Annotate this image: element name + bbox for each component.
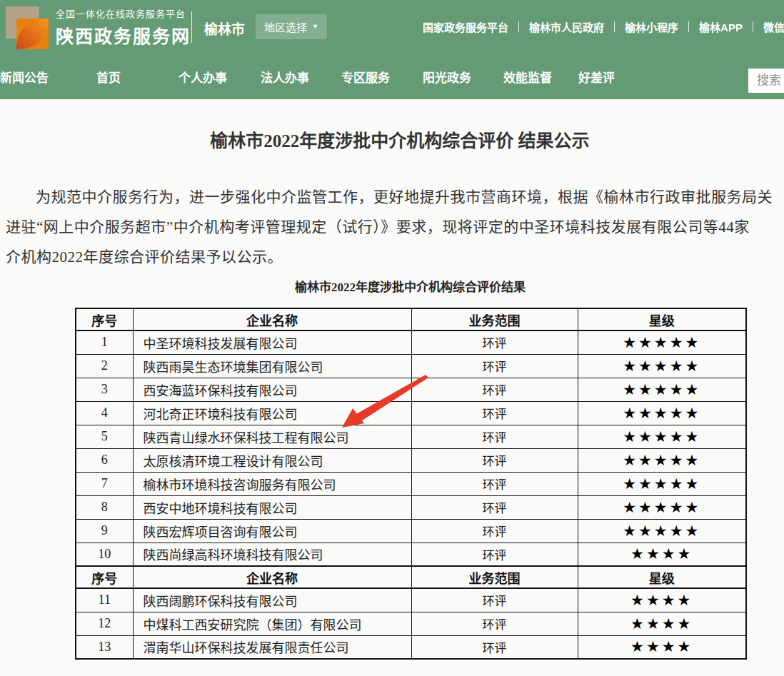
star-rating: ★★★★★ <box>578 354 746 378</box>
header-link[interactable]: 榆林APP <box>689 19 753 34</box>
nav-item-法人办事[interactable]: 法人办事 <box>261 54 309 99</box>
column-header: 业务范围 <box>411 566 578 588</box>
page-title: 榆林市2022年度涉批中介机构综合评价 结果公示 <box>6 129 784 153</box>
company-name: 中圣环境科技发展有限公司 <box>133 331 411 354</box>
nav-item-效能监督[interactable]: 效能监督 <box>503 54 552 99</box>
row-number: 8 <box>76 495 133 519</box>
table-row: 10陕西尚绿高科环境科技有限公司环评★★★★ <box>76 543 746 566</box>
star-rating: ★★★★★ <box>578 378 746 401</box>
company-name: 渭南华山环保科技发展有限责任公司 <box>133 635 411 659</box>
table-row: 3西安海蓝环保科技有限公司环评★★★★★ <box>76 378 746 401</box>
star-rating: ★★★★★ <box>578 448 746 472</box>
table-row: 8西安中地环境科技有限公司环评★★★★★ <box>76 495 746 519</box>
table-row: 11陕西阔鹏环保科技有限公司环评★★★★ <box>76 588 746 612</box>
business-scope: 环评 <box>411 472 578 495</box>
region-selector-button[interactable]: 地区选择 ▼ <box>256 14 327 39</box>
table-row: 9陕西宏辉项目咨询有限公司环评★★★★★ <box>76 519 746 543</box>
platform-subtitle: 全国一体化在线政务服务平台 <box>56 6 191 20</box>
row-number: 5 <box>76 425 133 448</box>
nav-item-好差评[interactable]: 好差评 <box>578 54 615 99</box>
business-scope: 环评 <box>411 401 578 425</box>
business-scope: 环评 <box>411 635 578 659</box>
row-number: 2 <box>76 354 133 378</box>
table-row: 6太原核清环境工程设计有限公司环评★★★★★ <box>76 448 746 472</box>
announcement-paragraph-line: 介机构2022年度综合评价结果予以公示。 <box>6 242 784 272</box>
nav-item-阳光政务[interactable]: 阳光政务 <box>423 54 471 99</box>
search-input[interactable] <box>748 69 784 93</box>
star-rating: ★★★★★ <box>578 472 746 495</box>
company-name: 陕西青山绿水环保科技工程有限公司 <box>133 425 411 448</box>
star-rating: ★★★★★ <box>578 401 746 425</box>
column-header: 企业名称 <box>133 566 411 588</box>
table-row: 1中圣环境科技发展有限公司环评★★★★★ <box>76 331 746 354</box>
row-number: 12 <box>76 612 133 635</box>
business-scope: 环评 <box>411 331 578 354</box>
company-name: 西安中地环境科技有限公司 <box>133 495 411 519</box>
table-caption: 榆林市2022年度涉批中介机构综合评价结果 <box>75 279 745 296</box>
row-number: 11 <box>76 588 133 612</box>
header-link[interactable]: 国家政务服务平台 <box>413 19 518 34</box>
column-header: 星级 <box>578 566 746 588</box>
site-brand: 全国一体化在线政务服务平台 陕西政务服务网 <box>56 6 191 48</box>
row-number: 4 <box>76 401 133 425</box>
column-header: 业务范围 <box>411 308 578 331</box>
nav-item-专区服务[interactable]: 专区服务 <box>341 54 390 99</box>
header-link[interactable]: 榆林市人民政府 <box>519 19 614 34</box>
company-name: 陕西阔鹏环保科技有限公司 <box>133 588 411 612</box>
table-row: 7榆林市环境科技咨询服务有限公司环评★★★★★ <box>76 472 746 495</box>
company-name: 陕西宏辉项目咨询有限公司 <box>133 519 411 543</box>
star-rating: ★★★★ <box>578 543 746 566</box>
row-number: 1 <box>76 331 133 354</box>
business-scope: 环评 <box>411 354 578 378</box>
company-name: 西安海蓝环保科技有限公司 <box>133 378 411 401</box>
company-name: 中煤科工西安研究院（集团）有限公司 <box>133 612 411 635</box>
header-link[interactable]: 微信公众号 <box>753 19 784 34</box>
company-name: 太原核清环境工程设计有限公司 <box>133 448 411 472</box>
announcement-paragraph-line: 为规范中介服务行为，进一步强化中介监管工作，更好地提升我市营商环境，根据《榆林市… <box>6 182 784 212</box>
table-row: 13渭南华山环保科技发展有限责任公司环评★★★★ <box>76 635 746 659</box>
table-row: 4河北奇正环境科技有限公司环评★★★★★ <box>76 401 746 425</box>
business-scope: 环评 <box>411 448 578 472</box>
row-number: 13 <box>76 635 133 659</box>
star-rating: ★★★★ <box>578 588 746 612</box>
table-header-row: 序号企业名称业务范围星级 <box>76 308 746 331</box>
table-row: 2陕西雨昊生态环境集团有限公司环评★★★★★ <box>76 354 746 378</box>
nav-item-首页[interactable]: 首页 <box>96 54 121 99</box>
announcement-document: 榆林市2022年度涉批中介机构综合评价 结果公示 为规范中介服务行为，进一步强化… <box>6 99 784 660</box>
star-rating: ★★★★★ <box>578 425 746 448</box>
table-row: 5陕西青山绿水环保科技工程有限公司环评★★★★★ <box>76 425 746 448</box>
current-city-label: 榆林市 <box>204 19 245 38</box>
company-name: 榆林市环境科技咨询服务有限公司 <box>133 472 411 495</box>
chevron-down-icon: ▼ <box>312 24 318 30</box>
star-rating: ★★★★ <box>578 635 746 659</box>
table-header-row: 序号企业名称业务范围星级 <box>76 566 746 588</box>
header-link[interactable]: 榆林小程序 <box>615 19 688 34</box>
site-logo[interactable] <box>6 4 51 50</box>
business-scope: 环评 <box>411 425 578 448</box>
main-navigation: 首页个人办事法人办事专区服务阳光政务效能监督好差评新闻公告 <box>0 54 784 99</box>
search-box[interactable] <box>748 69 784 93</box>
business-scope: 环评 <box>411 588 578 612</box>
announcement-paragraph-line: 进驻“网上中介服务超市”中介机构考评管理规定（试行）》要求，现将评定的中圣环境科… <box>6 212 784 242</box>
company-name: 陕西雨昊生态环境集团有限公司 <box>133 354 411 378</box>
top-header-bar: 全国一体化在线政务服务平台 陕西政务服务网 榆林市 地区选择 ▼ 国家政务服务平… <box>0 0 784 54</box>
star-rating: ★★★★ <box>578 612 746 635</box>
star-rating: ★★★★★ <box>578 519 746 543</box>
column-header: 序号 <box>76 566 133 588</box>
brand-divider <box>191 11 192 43</box>
business-scope: 环评 <box>411 519 578 543</box>
nav-item-新闻公告[interactable]: 新闻公告 <box>0 54 49 99</box>
row-number: 10 <box>76 543 133 566</box>
business-scope: 环评 <box>411 612 578 635</box>
header-links: 国家政务服务平台榆林市人民政府榆林小程序榆林APP微信公众号注册 <box>413 0 784 54</box>
business-scope: 环评 <box>411 495 578 519</box>
row-number: 3 <box>76 378 133 401</box>
row-number: 9 <box>76 519 133 543</box>
business-scope: 环评 <box>411 543 578 566</box>
nav-item-个人办事[interactable]: 个人办事 <box>179 54 227 99</box>
star-rating: ★★★★★ <box>578 495 746 519</box>
announcement-paragraph: 为规范中介服务行为，进一步强化中介监管工作，更好地提升我市营商环境，根据《榆林市… <box>6 182 784 272</box>
page: 全国一体化在线政务服务平台 陕西政务服务网 榆林市 地区选择 ▼ 国家政务服务平… <box>0 0 784 676</box>
row-number: 6 <box>76 448 133 472</box>
company-name: 河北奇正环境科技有限公司 <box>133 401 411 425</box>
